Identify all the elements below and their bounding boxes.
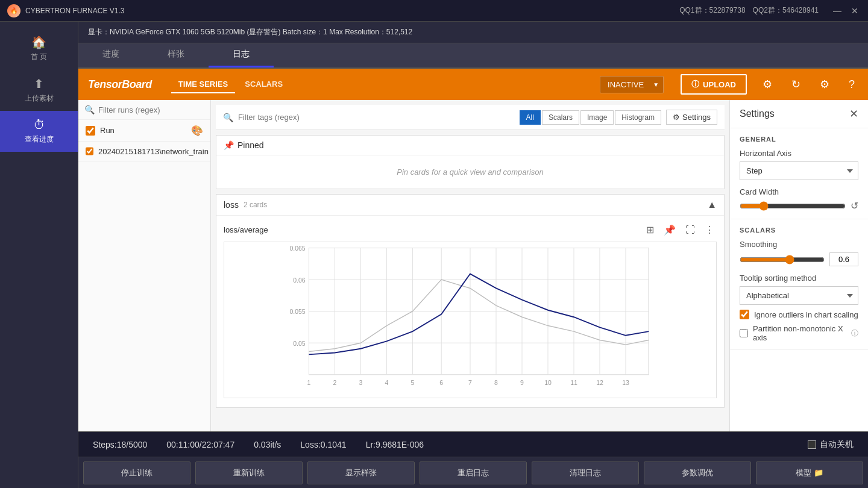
chart-fullscreen-icon[interactable]: ⛶ — [683, 224, 697, 237]
model-button[interactable]: 模型 📁 — [756, 461, 863, 484]
horizontal-axis-select[interactable]: Step Relative Wall — [740, 161, 858, 180]
ignore-outliers-row: Ignore outliers in chart scaling — [740, 310, 858, 319]
svg-text:13: 13 — [622, 379, 629, 386]
svg-text:0.055: 0.055 — [289, 308, 305, 315]
pin-placeholder-text: Pin cards for a quick view and compariso… — [216, 155, 724, 189]
loss-cards-count: 2 cards — [244, 201, 267, 209]
run-item-all[interactable]: Run 🎨 — [78, 120, 210, 142]
help-icon[interactable]: ? — [845, 76, 858, 93]
svg-text:10: 10 — [544, 379, 552, 386]
left-panel: 🔍 Run 🎨 20240215181713\network_train — [78, 100, 211, 431]
options-gear-icon[interactable]: ⚙ — [816, 75, 833, 93]
partition-row: Partition non-monotonic X axis ⓘ — [740, 324, 858, 342]
chart-header: loss/average ⊞ 📌 ⛶ ⋮ — [224, 223, 717, 237]
tab-samples[interactable]: 样张 — [143, 43, 209, 67]
tooltip-sort-select[interactable]: Alphabetical Default Nearest Mean — [740, 286, 858, 305]
partition-checkbox[interactable] — [740, 328, 748, 338]
params-tuning-button[interactable]: 参数调优 — [644, 461, 751, 484]
close-button[interactable]: ✕ — [849, 6, 861, 16]
main-settings-button[interactable]: ⚙ Settings — [666, 110, 717, 125]
partition-info-icon: ⓘ — [851, 328, 858, 339]
filter-runs-input[interactable] — [98, 105, 204, 114]
tag-btn-all[interactable]: All — [520, 110, 541, 125]
status-speed: 0.03it/s — [254, 440, 281, 449]
tab-logs[interactable]: 日志 — [209, 43, 274, 67]
tag-btn-scalars[interactable]: Scalars — [542, 110, 579, 125]
tag-btn-histogram[interactable]: Histogram — [615, 110, 661, 125]
run-label-train: 20240215181713\network_train — [98, 147, 209, 156]
status-lr: Lr:9.9681E-006 — [366, 440, 424, 449]
scalars-section-title: SCALARS — [740, 227, 858, 234]
auto-shutdown-row: 自动关机 — [808, 439, 854, 450]
restart-log-button[interactable]: 重启日志 — [420, 461, 527, 484]
settings-gear-icon[interactable]: ⚙ — [759, 75, 776, 93]
pinned-title: Pinned — [237, 140, 264, 150]
loss-title: loss — [224, 200, 239, 210]
filter-runs-row: 🔍 — [78, 100, 210, 120]
partition-label: Partition non-monotonic X axis — [753, 324, 846, 342]
settings-icon-main: ⚙ — [673, 113, 680, 122]
filter-tags-input[interactable] — [238, 113, 515, 122]
ignore-outliers-label: Ignore outliers in chart scaling — [754, 310, 858, 319]
svg-text:5: 5 — [411, 379, 415, 386]
upload-button[interactable]: ⓘ UPLOAD — [681, 74, 747, 95]
inactive-select[interactable]: INACTIVE — [600, 76, 664, 93]
tensorboard-area: TensorBoard TIME SERIES SCALARS INACTIVE — [78, 69, 868, 431]
retrain-button[interactable]: 重新训练 — [195, 461, 303, 484]
bottom-buttons: 停止训练 重新训练 显示样张 重启日志 清理日志 参数调优 模型 📁 — [78, 457, 868, 488]
nav-item-timeseries[interactable]: TIME SERIES — [171, 76, 235, 93]
qq2-label: QQ2群：546428941 — [753, 5, 819, 16]
tag-btn-image[interactable]: Image — [580, 110, 614, 125]
inactive-select-wrap: INACTIVE — [600, 76, 664, 93]
nav-item-scalars[interactable]: SCALARS — [237, 76, 290, 93]
info-circle-icon: ⓘ — [691, 79, 699, 90]
auto-shutdown-square — [808, 440, 816, 449]
app-logo: 🔥 — [7, 4, 20, 17]
chart-pin-icon[interactable]: 📌 — [661, 223, 678, 237]
loss-section-header: loss 2 cards ▲ — [216, 195, 724, 216]
chart-actions: ⊞ 📌 ⛶ ⋮ — [644, 223, 717, 237]
home-icon: 🏠 — [31, 35, 46, 49]
svg-text:0.065: 0.065 — [289, 245, 305, 252]
svg-text:0.05: 0.05 — [293, 340, 306, 347]
refresh-icon[interactable]: ↻ — [788, 75, 804, 93]
ignore-outliers-checkbox[interactable] — [740, 310, 749, 319]
run-checkbox-train[interactable] — [86, 146, 93, 156]
search-runs-icon: 🔍 — [84, 105, 95, 114]
stop-training-button[interactable]: 停止训练 — [83, 461, 190, 484]
svg-text:0.06: 0.06 — [293, 277, 306, 284]
window-controls: — ✕ — [831, 6, 861, 16]
tab-progress[interactable]: 进度 — [78, 43, 143, 67]
progress-icon: ⏱ — [33, 118, 45, 132]
collapse-icon[interactable]: ▲ — [707, 199, 717, 210]
run-item-train[interactable]: 20240215181713\network_train — [78, 142, 210, 161]
sidebar-item-progress[interactable]: ⏱ 查看进度 — [0, 111, 78, 152]
tab-bar: 进度 样张 日志 — [78, 43, 868, 69]
tooltip-label: Tooltip sorting method — [740, 274, 858, 283]
clear-log-button[interactable]: 清理日志 — [532, 461, 639, 484]
card-width-reset-icon[interactable]: ↺ — [851, 200, 858, 211]
smoothing-row — [740, 252, 858, 266]
chart-expand-icon[interactable]: ⊞ — [644, 223, 656, 237]
svg-text:12: 12 — [596, 379, 603, 386]
app-title-area: 🔥 CYBERTRON FURNACE V1.3 — [7, 4, 124, 17]
settings-general-section: GENERAL Horizontal Axis Step Relative Wa… — [730, 128, 868, 219]
search-tags-icon: 🔍 — [223, 113, 233, 122]
minimize-button[interactable]: — — [831, 6, 844, 16]
card-width-slider[interactable] — [740, 201, 846, 211]
palette-icon[interactable]: 🎨 — [191, 125, 203, 136]
top-bar-right: QQ1群：522879738 QQ2群：546428941 — ✕ — [679, 5, 861, 16]
tensorboard-body: 🔍 Run 🎨 20240215181713\network_train — [78, 100, 868, 431]
smoothing-value-input[interactable] — [829, 252, 858, 266]
gpu-info-text: 显卡：NVIDIA GeForce GTX 1060 5GB 5120Mib (… — [88, 27, 412, 37]
settings-header: Settings ✕ — [730, 100, 868, 128]
show-samples-button[interactable]: 显示样张 — [307, 461, 415, 484]
smoothing-slider[interactable] — [740, 255, 825, 264]
run-checkbox-all[interactable] — [86, 126, 95, 136]
sidebar-item-upload[interactable]: ⬆ 上传素材 — [0, 69, 78, 111]
settings-close-button[interactable]: ✕ — [849, 107, 858, 120]
card-width-label: Card Width — [740, 187, 858, 196]
sidebar-item-home[interactable]: 🏠 首 页 — [0, 28, 78, 69]
chart-more-icon[interactable]: ⋮ — [702, 223, 717, 237]
settings-panel-title: Settings — [740, 108, 775, 119]
